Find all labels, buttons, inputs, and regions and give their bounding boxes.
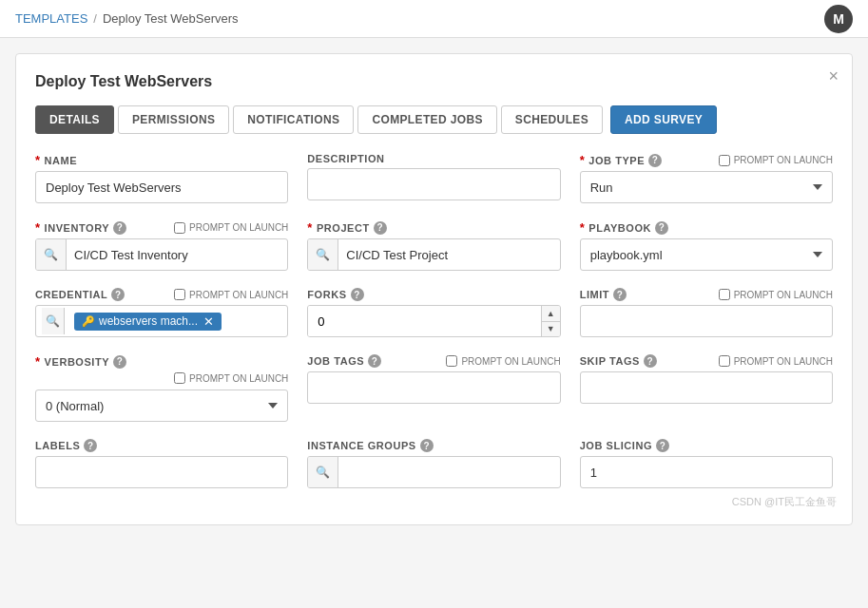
name-input[interactable] xyxy=(35,171,288,203)
forks-up-btn[interactable]: ▲ xyxy=(542,306,560,322)
credential-prompt-row: PROMPT ON LAUNCH xyxy=(174,289,288,300)
job-slicing-help-icon[interactable]: ? xyxy=(656,439,669,452)
job-type-label: * JOB TYPE ? xyxy=(580,153,662,167)
tab-permissions[interactable]: PERMISSIONS xyxy=(118,105,229,134)
job-type-required-star: * xyxy=(580,153,586,167)
close-button[interactable]: × xyxy=(828,67,839,85)
playbook-help-icon[interactable]: ? xyxy=(655,221,668,235)
forks-input-wrapper: ▲ ▼ xyxy=(307,305,560,337)
job-tags-input[interactable] xyxy=(307,371,560,404)
verbosity-prompt-row: PROMPT ON LAUNCH xyxy=(35,372,288,384)
inventory-search-btn[interactable]: 🔍 xyxy=(36,239,67,270)
limit-group: LIMIT ? PROMPT ON LAUNCH xyxy=(580,288,833,337)
limit-input[interactable] xyxy=(580,305,833,337)
verbosity-prompt-checkbox[interactable] xyxy=(174,372,185,384)
breadcrumb-separator: / xyxy=(93,11,97,26)
templates-link[interactable]: TEMPLATES xyxy=(15,11,87,26)
tab-completed-jobs[interactable]: COMPLETED JOBS xyxy=(357,105,496,134)
job-type-group: * JOB TYPE ? PROMPT ON LAUNCH Run Check xyxy=(580,153,833,203)
credential-group: CREDENTIAL ? PROMPT ON LAUNCH 🔍 🔑 webser… xyxy=(35,288,288,337)
forks-group: FORKS ? ▲ ▼ xyxy=(307,288,560,337)
skip-tags-group: SKIP TAGS ? PROMPT ON LAUNCH xyxy=(580,354,833,404)
form-row-4: * VERBOSITY ? PROMPT ON LAUNCH 0 (Normal… xyxy=(35,354,833,422)
job-tags-label: JOB TAGS ? xyxy=(307,354,381,368)
job-tags-help-icon[interactable]: ? xyxy=(368,354,381,368)
instance-groups-input[interactable] xyxy=(338,466,559,480)
verbosity-label: * VERBOSITY ? xyxy=(35,354,126,369)
project-required-star: * xyxy=(307,220,313,235)
limit-prompt-checkbox[interactable] xyxy=(719,289,730,300)
instance-groups-search-btn[interactable]: 🔍 xyxy=(308,457,338,487)
skip-tags-input[interactable] xyxy=(580,371,833,404)
playbook-select[interactable]: playbook.yml xyxy=(580,238,833,271)
job-type-prompt-checkbox[interactable] xyxy=(719,155,730,166)
form-row-1: * NAME DESCRIPTION * JOB TYPE xyxy=(35,153,833,203)
tab-details[interactable]: DETAILS xyxy=(35,105,114,134)
inventory-help-icon[interactable]: ? xyxy=(113,221,126,235)
breadcrumb-current: Deploy Test WebServers xyxy=(103,11,239,26)
inventory-input-wrapper: 🔍 xyxy=(35,238,288,271)
inventory-prompt-row: PROMPT ON LAUNCH xyxy=(174,222,288,234)
credential-remove-btn[interactable]: ✕ xyxy=(203,314,214,329)
breadcrumb: TEMPLATES / Deploy Test WebServers xyxy=(15,11,239,26)
skip-tags-prompt-row: PROMPT ON LAUNCH xyxy=(719,355,833,367)
limit-help-icon[interactable]: ? xyxy=(613,288,627,301)
tab-schedules[interactable]: SCHEDULES xyxy=(501,105,603,134)
playbook-label: * PLAYBOOK ? xyxy=(580,220,833,235)
form-row-3: CREDENTIAL ? PROMPT ON LAUNCH 🔍 🔑 webser… xyxy=(35,288,833,337)
inventory-group: * INVENTORY ? PROMPT ON LAUNCH 🔍 xyxy=(35,220,288,271)
skip-tags-prompt-checkbox[interactable] xyxy=(719,355,730,367)
forks-down-btn[interactable]: ▼ xyxy=(542,322,560,337)
credential-search-btn[interactable]: 🔍 xyxy=(42,308,65,334)
skip-tags-help-icon[interactable]: ? xyxy=(644,354,657,368)
verbosity-group: * VERBOSITY ? PROMPT ON LAUNCH 0 (Normal… xyxy=(35,354,288,422)
card-title: Deploy Test WebServers xyxy=(35,73,833,90)
form-row-2: * INVENTORY ? PROMPT ON LAUNCH 🔍 xyxy=(35,220,833,271)
job-tags-prompt-row: PROMPT ON LAUNCH xyxy=(446,355,560,367)
instance-groups-label: INSTANCE GROUPS ? xyxy=(307,439,560,452)
inventory-input[interactable] xyxy=(67,248,287,262)
credential-input-wrapper: 🔍 🔑 webservers mach... ✕ xyxy=(35,305,288,337)
top-nav: TEMPLATES / Deploy Test WebServers M xyxy=(0,0,868,38)
limit-prompt-row: PROMPT ON LAUNCH xyxy=(719,289,833,300)
project-help-icon[interactable]: ? xyxy=(374,221,387,235)
description-input[interactable] xyxy=(307,168,560,200)
name-group: * NAME xyxy=(35,153,288,203)
main-content: Deploy Test WebServers × DETAILS PERMISS… xyxy=(0,38,868,541)
tab-add-survey[interactable]: ADD SURVEY xyxy=(610,105,717,134)
job-tags-prompt-checkbox[interactable] xyxy=(446,355,457,367)
instance-groups-help-icon[interactable]: ? xyxy=(420,439,434,452)
job-slicing-input[interactable] xyxy=(580,456,833,488)
name-required-star: * xyxy=(35,153,41,167)
form-card: Deploy Test WebServers × DETAILS PERMISS… xyxy=(15,53,853,525)
labels-help-icon[interactable]: ? xyxy=(84,439,97,452)
verbosity-required-star: * xyxy=(35,354,41,369)
tab-bar: DETAILS PERMISSIONS NOTIFICATIONS COMPLE… xyxy=(35,105,833,134)
job-slicing-label: JOB SLICING ? xyxy=(580,439,833,452)
credential-help-icon[interactable]: ? xyxy=(111,288,125,301)
nav-logo: M xyxy=(824,5,853,33)
job-type-help-icon[interactable]: ? xyxy=(648,154,662,167)
inventory-required-star: * xyxy=(35,220,41,235)
verbosity-select[interactable]: 0 (Normal) 1 (Verbose) 2 (More Verbose) … xyxy=(35,390,288,422)
forks-help-icon[interactable]: ? xyxy=(351,288,364,301)
labels-group: LABELS ? xyxy=(35,439,288,488)
project-input[interactable] xyxy=(338,248,559,262)
limit-label: LIMIT ? xyxy=(580,288,627,301)
description-label: DESCRIPTION xyxy=(307,153,560,164)
instance-groups-input-wrapper: 🔍 xyxy=(307,456,560,488)
project-search-btn[interactable]: 🔍 xyxy=(308,239,338,270)
labels-input[interactable] xyxy=(35,456,288,488)
job-type-select[interactable]: Run Check xyxy=(580,171,833,203)
forks-label: FORKS ? xyxy=(307,288,560,301)
verbosity-help-icon[interactable]: ? xyxy=(113,355,126,369)
key-icon: 🔑 xyxy=(82,315,95,328)
credential-tag: 🔑 webservers mach... ✕ xyxy=(74,313,222,331)
labels-label: LABELS ? xyxy=(35,439,288,452)
forks-spinner: ▲ ▼ xyxy=(541,306,560,336)
tab-notifications[interactable]: NOTIFICATIONS xyxy=(233,105,354,134)
credential-prompt-checkbox[interactable] xyxy=(174,289,185,300)
name-label: * NAME xyxy=(35,153,77,167)
forks-input[interactable] xyxy=(308,306,540,336)
inventory-prompt-checkbox[interactable] xyxy=(174,222,185,234)
